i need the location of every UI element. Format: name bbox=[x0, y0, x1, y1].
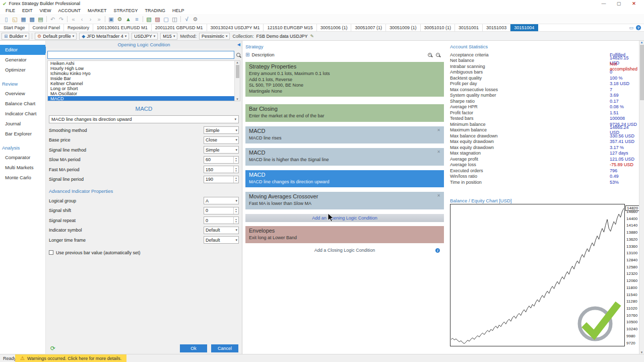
indicator-item-hourly-high-low[interactable]: Hourly High Low bbox=[48, 66, 240, 71]
builder-dropdown[interactable]: ⊞ Builder ▾ bbox=[2, 33, 29, 40]
scrollbar-thumb[interactable] bbox=[640, 45, 644, 100]
previous-bar-icon[interactable]: ‹ bbox=[78, 15, 86, 24]
zoom-in-icon[interactable]: + bbox=[428, 53, 432, 57]
collection-edit-icon[interactable]: ✎ bbox=[310, 34, 314, 39]
sidebar-item-generator[interactable]: Generator bbox=[0, 55, 45, 65]
indicator-list-scrollbar[interactable]: ▲ ▼ bbox=[234, 61, 240, 101]
parameter-select-indicator-symbol[interactable]: Default▾ bbox=[204, 227, 239, 234]
menu-item-help[interactable]: HELP bbox=[169, 8, 188, 13]
save-all-icon[interactable]: ▩ bbox=[28, 15, 36, 24]
strategy-block-strategy-properties[interactable]: Strategy PropertiesEntry amount 0.1 lots… bbox=[245, 62, 444, 97]
menu-item-trading[interactable]: TRADING bbox=[141, 8, 169, 13]
parameter-select-base-price[interactable]: Close▾ bbox=[204, 136, 239, 144]
overview-icon[interactable]: ▢ bbox=[162, 15, 170, 24]
next-bar-icon[interactable]: › bbox=[86, 15, 95, 24]
spin-down-icon[interactable]: ▾ bbox=[235, 179, 237, 182]
minimize-button[interactable]: — bbox=[596, 1, 611, 6]
open-strategy-icon[interactable]: ◱ bbox=[11, 15, 19, 24]
journal-icon[interactable]: ≡ bbox=[133, 15, 141, 24]
indicator-item-macd[interactable]: MACD bbox=[48, 96, 240, 101]
close-icon[interactable]: ✕ bbox=[437, 193, 440, 198]
tab-30151004[interactable]: 30151004 bbox=[510, 24, 538, 31]
sidebar-item-balance-chart[interactable]: Balance Chart bbox=[0, 99, 45, 109]
strategy-block-envelopes[interactable]: EnvelopesExit long at Lower Band bbox=[245, 226, 444, 244]
indicator-search-input[interactable] bbox=[47, 51, 234, 59]
parameter-select-logical-group[interactable]: A▾ bbox=[204, 197, 239, 204]
spinner-buttons[interactable]: ▴▾ bbox=[233, 166, 238, 173]
sidebar-item-journal[interactable]: Journal bbox=[0, 119, 45, 129]
spin-down-icon[interactable]: ▾ bbox=[235, 170, 237, 172]
sidebar-item-comparator[interactable]: Comparator bbox=[0, 153, 45, 163]
window-scrollbar[interactable]: ▲ ▼ bbox=[639, 41, 644, 354]
sidebar-item-optimizer[interactable]: Optimizer bbox=[0, 65, 45, 75]
spinner-buttons[interactable]: ▴▾ bbox=[233, 217, 238, 224]
indicator-chart-icon[interactable]: ▨ bbox=[153, 15, 162, 24]
menu-item-market[interactable]: MARKET bbox=[84, 8, 110, 13]
sidebar-item-bar-explorer[interactable]: Bar Explorer bbox=[0, 129, 45, 139]
scroll-up-icon[interactable]: ▲ bbox=[640, 41, 643, 44]
strategy-block-macd[interactable]: MACD✕MACD line is higher than the Signal… bbox=[245, 148, 444, 166]
zoom-out-icon[interactable]: − bbox=[436, 53, 440, 57]
indicator-item-ma-oscillator[interactable]: MA Oscillator bbox=[48, 91, 240, 96]
status-warning-banner[interactable]: ⚠ Warnings occurred. Click here for more… bbox=[15, 354, 126, 362]
period-dropdown[interactable]: M15 ▾ bbox=[160, 33, 177, 40]
sidebar-item-overview[interactable]: Overview bbox=[0, 89, 45, 99]
add-closing-condition-button[interactable]: Add a Closing Logic Condition i bbox=[245, 248, 444, 253]
undo-icon[interactable]: ↶ bbox=[48, 15, 57, 24]
parameter-input-signal-repeat[interactable]: 0▴▾ bbox=[204, 216, 239, 224]
info-icon[interactable]: i bbox=[435, 248, 440, 253]
comparator-icon[interactable]: ◫ bbox=[170, 15, 179, 24]
tab-repository[interactable]: Repository bbox=[64, 24, 93, 31]
menu-item-account[interactable]: ACCOUNT bbox=[55, 8, 85, 13]
menu-item-view[interactable]: VIEW bbox=[36, 8, 55, 13]
strategy-block-bar-closing[interactable]: Bar ClosingEnter the market at the end o… bbox=[245, 104, 444, 122]
strategy-block-macd[interactable]: MACD✕MACD line rises bbox=[245, 126, 444, 144]
parameter-input-slow-ma-period[interactable]: 60▴▾ bbox=[204, 156, 239, 164]
spinner-buttons[interactable]: ▴▾ bbox=[233, 157, 238, 163]
parameter-select-longer-time-frame[interactable]: Default▾ bbox=[204, 236, 239, 244]
collapse-left-icon[interactable]: ◀ bbox=[237, 42, 240, 47]
strategy-block-moving-averages-crossover[interactable]: Moving Averages Crossover✕Fast MA is low… bbox=[245, 192, 444, 209]
calculator-icon[interactable]: √ bbox=[182, 15, 191, 24]
sidebar-item-editor[interactable]: Editor bbox=[0, 45, 45, 55]
indicator-item-inside-bar[interactable]: Inside Bar bbox=[48, 76, 240, 81]
close-icon[interactable]: ✕ bbox=[437, 128, 440, 133]
help-icon[interactable]: ? bbox=[636, 25, 641, 30]
add-opening-condition-button[interactable]: Add an Opening Logic Condition bbox=[245, 214, 444, 222]
tab-121510-eurgbp-m15[interactable]: 121510 EURGBP M15 bbox=[264, 24, 316, 31]
cancel-button[interactable]: Cancel bbox=[211, 344, 238, 352]
platform-dropdown[interactable]: ◆ JFD MetaTrader 4 ▾ bbox=[79, 33, 129, 40]
spin-down-icon[interactable]: ▾ bbox=[235, 221, 237, 223]
sidebar-item-multi-markets[interactable]: Multi Markets bbox=[0, 163, 45, 173]
close-icon[interactable]: ✕ bbox=[437, 150, 440, 155]
tab-100130601-eurusd-m1[interactable]: 100130601 EURUSD M1 bbox=[93, 24, 152, 31]
symbol-dropdown[interactable]: USDJPY ▾ bbox=[132, 33, 158, 40]
tab-300130243-usdjpy-m1[interactable]: 300130243 USDJPY M1 bbox=[207, 24, 264, 31]
search-icon[interactable] bbox=[236, 53, 240, 57]
menu-item-strategy[interactable]: STRATEGY bbox=[110, 8, 142, 13]
strategy-notes-icon[interactable]: ▤ bbox=[36, 15, 45, 24]
menu-item-edit[interactable]: EDIT bbox=[19, 8, 36, 13]
sidebar-item-monte-carlo[interactable]: Monte Carlo bbox=[0, 173, 45, 183]
tab-start-page[interactable]: Start Page bbox=[0, 24, 29, 31]
redo-icon[interactable]: ↷ bbox=[57, 15, 66, 24]
tab-control-panel[interactable]: Control Panel bbox=[29, 24, 65, 31]
strategy-block-macd[interactable]: MACDMACD line changes its direction upwa… bbox=[245, 170, 444, 188]
tab-30051009-1[interactable]: 30051009 (1) bbox=[386, 24, 421, 31]
settings-icon[interactable]: ⚙ bbox=[191, 15, 200, 24]
maximize-button[interactable]: ▢ bbox=[611, 1, 626, 6]
save-strategy-icon[interactable]: ▦ bbox=[19, 15, 28, 24]
parameter-input-fast-ma-period[interactable]: 150▴▾ bbox=[204, 166, 239, 173]
indicator-item-keltner-channel[interactable]: Keltner Channel bbox=[48, 81, 240, 86]
parameter-input-signal-shift[interactable]: 0▴▾ bbox=[204, 207, 239, 214]
indicator-item-ichimoku-kinko-hyo[interactable]: Ichimoku Kinko Hyo bbox=[48, 71, 240, 76]
sidebar-item-indicator-chart[interactable]: Indicator Chart bbox=[0, 109, 45, 119]
tab-30051007-1[interactable]: 30051007 (1) bbox=[351, 24, 386, 31]
scroll-down-icon[interactable]: ▼ bbox=[236, 98, 239, 101]
scroll-up-icon[interactable]: ▲ bbox=[236, 61, 239, 64]
spinner-buttons[interactable]: ▴▾ bbox=[233, 207, 238, 214]
spin-down-icon[interactable]: ▾ bbox=[235, 160, 237, 162]
parameter-input-signal-line-period[interactable]: 190▴▾ bbox=[204, 176, 239, 183]
indicator-item-heiken-ashi[interactable]: Heiken Ashi bbox=[48, 61, 240, 66]
ok-button[interactable]: Ok bbox=[180, 344, 207, 352]
